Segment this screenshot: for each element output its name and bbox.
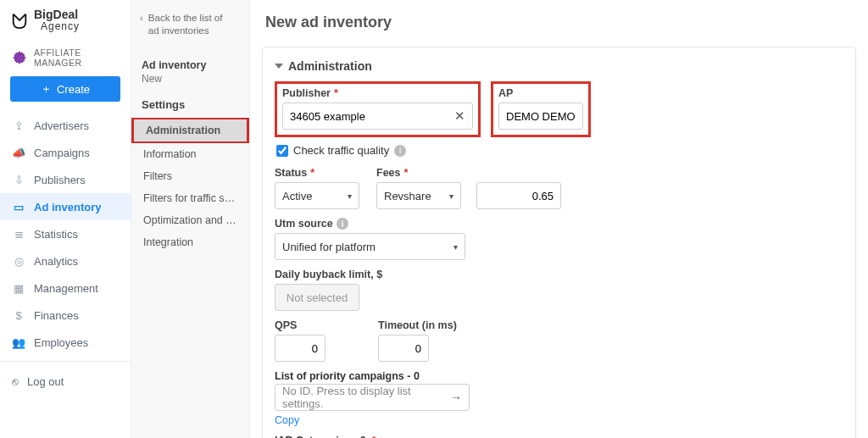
timeout-input-wrap[interactable] — [378, 335, 429, 362]
settings-nav: Administration Information Filters Filte… — [131, 118, 249, 253]
utm-label: Utm source i — [275, 218, 465, 230]
back-line2: ad inventories — [148, 25, 209, 36]
nav-label: Analytics — [34, 255, 78, 268]
target-icon: ◎ — [12, 254, 25, 268]
chevron-down-icon: ▾ — [348, 191, 352, 201]
nav-publishers[interactable]: ⇩Publishers — [0, 166, 131, 193]
qps-input[interactable] — [282, 342, 318, 355]
back-line1: Back to the list of — [148, 13, 223, 23]
chevron-down-icon: ▾ — [453, 242, 458, 252]
fees-label: Fees * — [376, 167, 561, 179]
page-title: New ad inventory — [250, 0, 868, 38]
priority-list-button[interactable]: No ID. Press to display list settings. → — [275, 384, 470, 411]
ap-label: AP — [498, 87, 583, 99]
svg-marker-0 — [18, 51, 21, 56]
back-link[interactable]: ‹ Back to the list of ad inventories — [131, 7, 249, 46]
nav-statistics[interactable]: ≣Statistics — [0, 220, 131, 247]
arrow-right-icon: → — [450, 391, 462, 404]
publisher-input[interactable] — [290, 110, 449, 123]
affiliate-role-label: AFFILIATE MANAGER — [34, 47, 120, 68]
settings-nav-administration[interactable]: Administration — [131, 118, 249, 143]
timeout-label: Timeout (in ms) — [378, 319, 457, 331]
settings-nav-filters[interactable]: Filters — [131, 165, 249, 187]
settings-nav-integration[interactable]: Integration — [131, 231, 249, 253]
nav-advertisers[interactable]: ⇪Advertisers — [0, 112, 131, 139]
chevron-left-icon: ‹ — [140, 12, 143, 25]
chevron-down-icon: ▾ — [449, 191, 453, 201]
affiliate-avatar-icon — [10, 47, 29, 68]
check-traffic-label: Check traffic quality — [293, 144, 389, 157]
info-icon[interactable]: i — [337, 218, 348, 230]
daily-buyback-label: Daily buyback limit, $ — [275, 269, 382, 280]
nav-label: Statistics — [34, 228, 78, 241]
svg-marker-1 — [13, 56, 18, 59]
nav-label: Publishers — [34, 174, 86, 186]
logout-icon: ⎋ — [12, 375, 19, 388]
settings-nav-filters-traffic[interactable]: Filters for traffic sour... — [131, 187, 249, 209]
nav-logout[interactable]: ⎋ Log out — [0, 367, 131, 396]
administration-panel: Administration Publisher * ✕ AP — [262, 47, 856, 438]
panel-heading-row[interactable]: Administration — [275, 59, 843, 73]
nav-ad-inventory[interactable]: ▭Ad inventory — [0, 193, 131, 220]
download-icon: ⇩ — [12, 173, 25, 186]
fees-select[interactable]: Revshare ▾ — [376, 182, 461, 209]
fees-amount-input[interactable] — [484, 190, 554, 202]
secondary-title: Ad inventory — [131, 46, 249, 71]
ap-input-wrap[interactable] — [498, 103, 583, 130]
nav-analytics[interactable]: ◎Analytics — [0, 247, 131, 274]
bar-chart-icon: ≣ — [12, 227, 25, 241]
nav-label: Management — [34, 282, 98, 295]
grid-icon: ▦ — [12, 281, 25, 295]
qps-input-wrap[interactable] — [275, 335, 326, 362]
highlighted-fields: Publisher * ✕ AP — [275, 81, 843, 137]
svg-marker-2 — [21, 56, 26, 59]
timeout-input[interactable] — [386, 342, 421, 355]
upload-icon: ⇪ — [12, 119, 25, 132]
primary-nav: ⇪Advertisers 📣Campaigns ⇩Publishers ▭Ad … — [0, 112, 131, 356]
daily-buyback-input[interactable]: Not selected — [275, 284, 359, 311]
ap-input[interactable] — [506, 110, 576, 123]
ap-highlight: AP — [491, 81, 591, 137]
nav-divider — [0, 361, 131, 362]
nav-label: Employees — [34, 336, 88, 349]
nav-label: Campaigns — [34, 147, 90, 159]
create-button[interactable]: ＋ Create — [10, 76, 120, 102]
priority-placeholder: No ID. Press to display list settings. — [282, 385, 445, 410]
settings-heading: Settings — [131, 93, 249, 116]
settings-nav-optimization[interactable]: Optimization and rules — [131, 209, 249, 231]
utm-value: Unified for platform — [282, 241, 376, 253]
daily-buyback-placeholder: Not selected — [287, 291, 348, 304]
nav-campaigns[interactable]: 📣Campaigns — [0, 139, 131, 166]
info-icon[interactable]: i — [394, 145, 406, 157]
nav-label: Ad inventory — [34, 201, 101, 213]
svg-marker-3 — [18, 59, 21, 64]
plus-icon: ＋ — [41, 81, 52, 97]
priority-copy-link[interactable]: Copy — [275, 414, 843, 426]
priority-label: List of priority campaigns - 0 — [275, 370, 843, 382]
status-label: Status * — [275, 167, 359, 179]
create-label: Create — [57, 83, 90, 96]
publisher-highlight: Publisher * ✕ — [275, 81, 481, 137]
iab-label: IAB Categories - 0 * — [275, 435, 843, 438]
check-traffic-row: Check traffic quality i — [276, 144, 842, 157]
qps-label: QPS — [275, 319, 326, 331]
caret-down-icon — [275, 64, 283, 69]
panel-heading: Administration — [288, 59, 372, 73]
fees-amount-input-wrap[interactable] — [476, 182, 561, 209]
clear-icon[interactable]: ✕ — [454, 108, 465, 124]
brand-sub: Agency — [41, 20, 80, 32]
dollar-icon: $ — [12, 308, 25, 322]
brand-logo-icon — [10, 11, 29, 30]
check-traffic-checkbox[interactable] — [276, 145, 288, 157]
secondary-sidebar: ‹ Back to the list of ad inventories Ad … — [131, 0, 250, 438]
utm-select[interactable]: Unified for platform ▾ — [275, 233, 465, 260]
nav-management[interactable]: ▦Management — [0, 274, 131, 302]
nav-label: Finances — [34, 309, 79, 322]
nav-label: Log out — [27, 375, 64, 388]
nav-employees[interactable]: 👥Employees — [0, 329, 131, 356]
nav-finances[interactable]: $Finances — [0, 302, 131, 329]
secondary-subtitle: New — [131, 71, 249, 93]
status-select[interactable]: Active ▾ — [275, 182, 359, 209]
settings-nav-information[interactable]: Information — [131, 143, 249, 165]
publisher-input-wrap[interactable]: ✕ — [282, 103, 473, 130]
